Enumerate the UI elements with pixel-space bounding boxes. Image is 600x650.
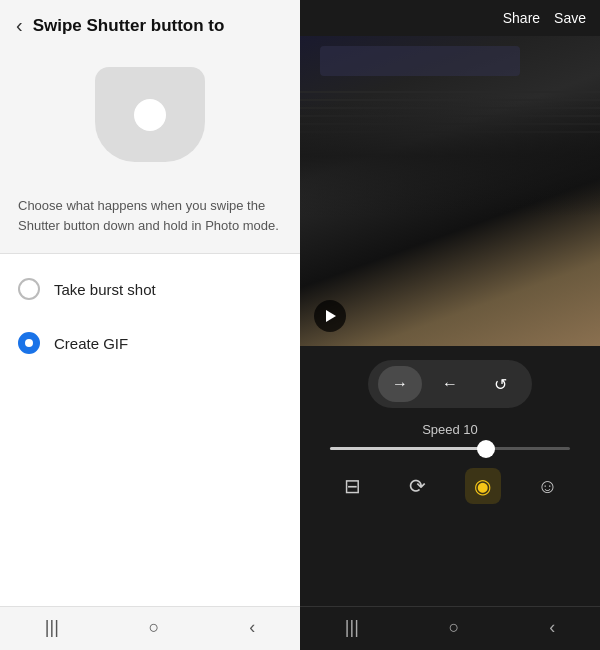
save-button[interactable]: Save (554, 10, 586, 26)
emoji-icon[interactable]: ☺ (530, 468, 566, 504)
slider-thumb[interactable] (477, 440, 495, 458)
right-nav-home-icon[interactable]: ○ (449, 617, 460, 638)
right-nav-menu-icon[interactable]: ||| (345, 617, 359, 638)
dir-reverse-button[interactable]: ↺ (478, 366, 522, 402)
option-create-gif[interactable]: Create GIF (0, 316, 300, 370)
slider-track (330, 447, 570, 450)
edit-icon[interactable]: ⟳ (400, 468, 436, 504)
dir-forward-button[interactable]: → (378, 366, 422, 402)
back-icon[interactable]: ‹ (16, 14, 23, 37)
option-gif-label: Create GIF (54, 335, 128, 352)
shutter-illustration (0, 47, 300, 182)
description-text: Choose what happens when you swipe the S… (0, 182, 300, 254)
speed-label: Speed 10 (422, 422, 478, 437)
share-button[interactable]: Share (503, 10, 540, 26)
video-area (300, 36, 600, 346)
left-nav-bar: ||| ○ ‹ (0, 606, 300, 650)
direction-buttons: → ← ↺ (368, 360, 532, 408)
radio-gif-inner (25, 339, 33, 347)
video-overlay-lines (300, 91, 600, 139)
shutter-shape (95, 67, 205, 162)
dir-backward-button[interactable]: ← (428, 366, 472, 402)
left-panel-title: Swipe Shutter button to (33, 16, 225, 36)
video-clip-icon[interactable]: ⊟ (335, 468, 371, 504)
speed-slider-container (330, 447, 570, 450)
bottom-icons: ⊟ ⟳ ◉ ☺ (310, 468, 590, 504)
play-button[interactable] (314, 300, 346, 332)
shutter-circle (134, 99, 166, 131)
option-burst-shot[interactable]: Take burst shot (0, 262, 300, 316)
right-nav-back-icon[interactable]: ‹ (549, 617, 555, 638)
controls-area: → ← ↺ Speed 10 ⊟ ⟳ ◉ ☺ (300, 346, 600, 606)
play-icon (326, 310, 336, 322)
eye-icon[interactable]: ◉ (465, 468, 501, 504)
radio-gif[interactable] (18, 332, 40, 354)
left-header: ‹ Swipe Shutter button to (0, 0, 300, 47)
left-nav-menu-icon[interactable]: ||| (45, 617, 59, 638)
video-background (300, 36, 600, 346)
options-area: Take burst shot Create GIF (0, 254, 300, 606)
option-burst-label: Take burst shot (54, 281, 156, 298)
slider-fill (330, 447, 486, 450)
right-panel: Share Save → ← ↺ Speed 10 (300, 0, 600, 650)
right-top-bar: Share Save (300, 0, 600, 36)
left-panel: ‹ Swipe Shutter button to Choose what ha… (0, 0, 300, 650)
radio-burst[interactable] (18, 278, 40, 300)
left-nav-back-icon[interactable]: ‹ (249, 617, 255, 638)
left-nav-home-icon[interactable]: ○ (149, 617, 160, 638)
right-nav-bar: ||| ○ ‹ (300, 606, 600, 650)
